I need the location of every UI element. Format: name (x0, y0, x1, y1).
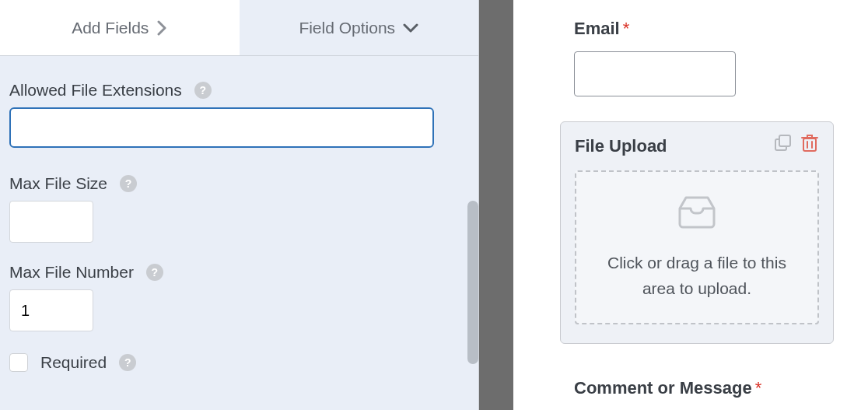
tab-field-options[interactable]: Field Options (240, 0, 479, 55)
help-icon[interactable]: ? (146, 264, 163, 281)
required-checkbox[interactable] (9, 353, 28, 372)
file-upload-card[interactable]: File Upload (560, 121, 834, 344)
form-preview: Email* File Upload (513, 0, 868, 410)
tab-add-fields[interactable]: Add Fields (0, 0, 240, 55)
allowed-extensions-label: Allowed File Extensions (9, 81, 182, 100)
help-icon[interactable]: ? (119, 354, 136, 371)
file-upload-title: File Upload (575, 136, 667, 156)
email-label-text: Email (574, 19, 620, 38)
svg-rect-1 (779, 135, 790, 146)
dropzone-text: Click or drag a file to this area to upl… (590, 251, 803, 301)
card-actions (772, 133, 819, 153)
chevron-down-icon (403, 23, 418, 33)
tab-field-options-label: Field Options (299, 19, 395, 37)
required-label: Required (40, 353, 107, 372)
trash-icon[interactable] (800, 133, 819, 153)
required-row: Required ? (9, 353, 469, 372)
max-file-number-input[interactable] (9, 289, 93, 331)
inbox-icon (674, 193, 720, 233)
email-label: Email* (574, 19, 831, 39)
divider (479, 0, 513, 410)
max-file-number-row: Max File Number ? (9, 263, 469, 331)
max-file-size-row: Max File Size ? (9, 174, 469, 243)
panel-body: Allowed File Extensions ? Max File Size … (0, 56, 478, 372)
comment-label-text: Comment or Message (574, 378, 752, 398)
panel-tabs: Add Fields Field Options (0, 0, 478, 56)
field-options-panel: Add Fields Field Options Allowed File Ex… (0, 0, 479, 410)
tab-add-fields-label: Add Fields (72, 19, 149, 37)
max-file-number-label: Max File Number (9, 263, 134, 282)
required-star-icon: * (755, 378, 762, 398)
duplicate-icon[interactable] (772, 133, 793, 153)
required-star-icon: * (623, 19, 630, 38)
svg-rect-2 (803, 138, 816, 151)
comment-label: Comment or Message* (574, 378, 831, 398)
allowed-extensions-input[interactable] (9, 107, 434, 148)
max-file-size-input[interactable] (9, 201, 93, 243)
allowed-extensions-row: Allowed File Extensions ? (9, 81, 469, 148)
max-file-size-label: Max File Size (9, 174, 107, 193)
upload-dropzone[interactable]: Click or drag a file to this area to upl… (575, 170, 819, 324)
email-input[interactable] (574, 51, 736, 96)
help-icon[interactable]: ? (120, 175, 137, 192)
chevron-right-icon (156, 20, 167, 36)
help-icon[interactable]: ? (194, 82, 212, 99)
scrollbar[interactable] (467, 201, 478, 364)
